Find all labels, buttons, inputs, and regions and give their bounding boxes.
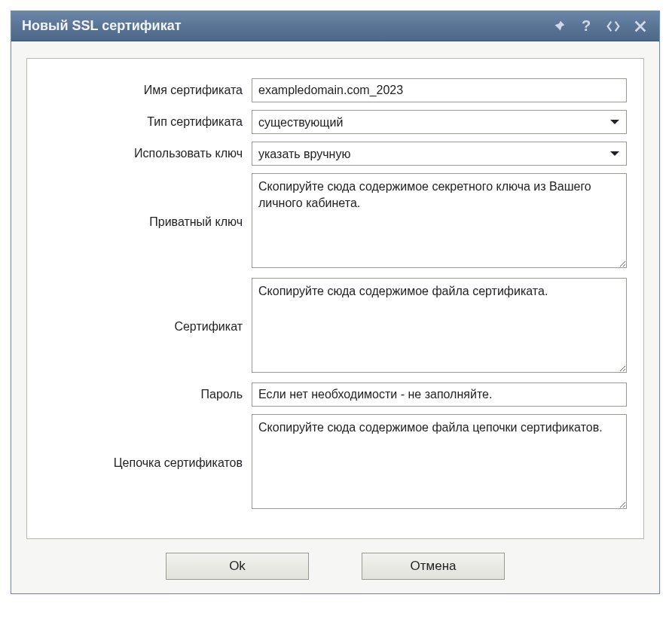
- titlebar: Новый SSL сертификат ?: [11, 11, 659, 41]
- ok-button[interactable]: Ok: [166, 553, 309, 580]
- cert-name-input[interactable]: [252, 78, 627, 102]
- help-icon[interactable]: ?: [578, 18, 594, 35]
- expand-icon[interactable]: [605, 18, 622, 35]
- ssl-certificate-dialog: Новый SSL сертификат ?: [11, 11, 660, 594]
- cert-chain-textarea[interactable]: [252, 414, 627, 509]
- password-input[interactable]: [252, 383, 627, 407]
- form-panel: Имя сертификата Тип сертификата существу…: [26, 58, 644, 539]
- label-certificate: Сертификат: [27, 320, 252, 334]
- label-private-key: Приватный ключ: [27, 215, 252, 229]
- dialog-title: Новый SSL сертификат: [22, 18, 551, 34]
- label-cert-name: Имя сертификата: [27, 84, 252, 97]
- cancel-button[interactable]: Отмена: [362, 553, 505, 580]
- row-private-key: Приватный ключ: [27, 173, 627, 270]
- private-key-textarea[interactable]: [252, 173, 627, 268]
- row-cert-type: Тип сертификата существующий: [27, 110, 627, 134]
- row-certificate: Сертификат: [27, 278, 627, 375]
- certificate-textarea[interactable]: [252, 278, 627, 373]
- label-cert-type: Тип сертификата: [27, 115, 252, 129]
- pin-icon[interactable]: [551, 18, 567, 35]
- label-use-key: Использовать ключ: [27, 147, 252, 160]
- dialog-buttons: Ok Отмена: [26, 539, 644, 580]
- label-cert-chain: Цепочка сертификатов: [27, 456, 252, 470]
- row-use-key: Использовать ключ указать вручную: [27, 142, 627, 166]
- cert-type-select[interactable]: существующий: [252, 110, 627, 134]
- row-password: Пароль: [27, 383, 627, 407]
- row-cert-chain: Цепочка сертификатов: [27, 414, 627, 511]
- dialog-body: Имя сертификата Тип сертификата существу…: [11, 41, 659, 593]
- row-cert-name: Имя сертификата: [27, 78, 627, 102]
- close-icon[interactable]: [632, 18, 649, 35]
- use-key-select[interactable]: указать вручную: [252, 142, 627, 166]
- titlebar-actions: ?: [551, 18, 649, 35]
- label-password: Пароль: [27, 388, 252, 401]
